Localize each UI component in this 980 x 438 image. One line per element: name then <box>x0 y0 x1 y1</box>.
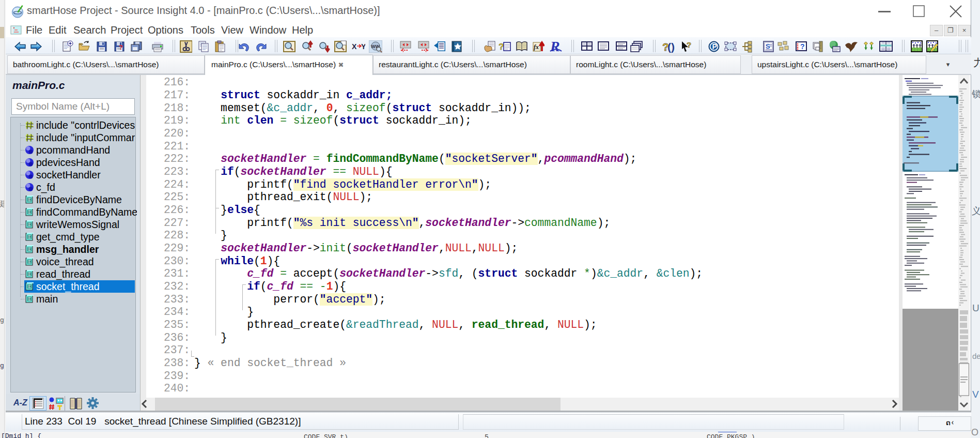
svg-text:fx: fx <box>534 43 539 51</box>
svg-text:S: S <box>766 42 770 50</box>
svg-text:X: X <box>352 42 357 51</box>
svg-text:(): () <box>667 41 675 53</box>
svg-text:P: P <box>712 42 717 51</box>
svg-text:?: ? <box>499 42 504 52</box>
svg-text:?: ? <box>687 40 691 49</box>
svg-text:?: ? <box>800 42 805 51</box>
svg-text:?: ? <box>119 43 123 51</box>
svg-text:Y: Y <box>361 42 365 51</box>
